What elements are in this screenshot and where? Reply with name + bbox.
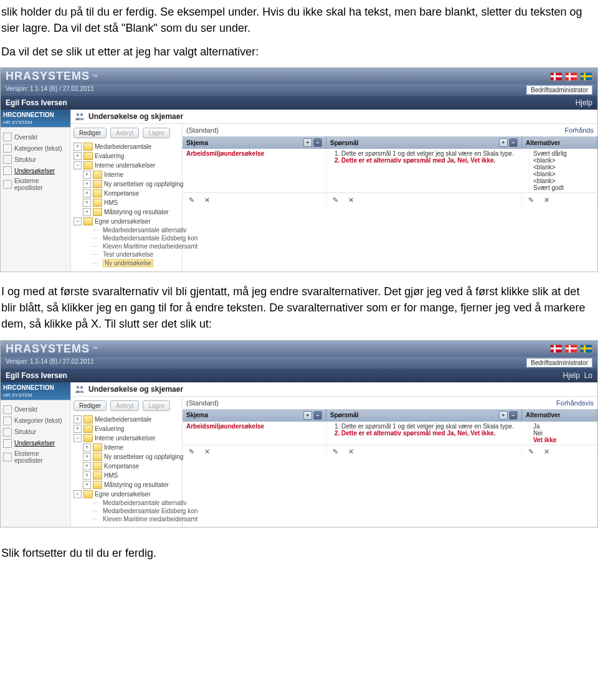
- alt-row[interactable]: <blank>: [533, 157, 593, 164]
- tree-node-evaluering[interactable]: +Evaluering: [74, 151, 182, 161]
- lagre-button[interactable]: Lagre: [143, 400, 170, 411]
- edit-icon[interactable]: ✎: [526, 448, 536, 456]
- tree-leaf[interactable]: ⋯Medarbeidersamtale Eidsberg kon: [74, 507, 182, 515]
- expand-icon[interactable]: +: [74, 143, 82, 151]
- alt-row[interactable]: Ja: [533, 423, 593, 430]
- sidebar-item-struktur[interactable]: Struktur: [3, 154, 68, 165]
- collapse-icon[interactable]: −: [74, 490, 82, 498]
- flag-no-icon[interactable]: [565, 72, 577, 81]
- question-2-selected[interactable]: Dette er et alternativ spørsmål med Ja, …: [341, 430, 525, 437]
- tree-leaf-selected[interactable]: ⋯Ny undersøkelse: [74, 258, 182, 268]
- help-link[interactable]: Hjelp Lo: [563, 371, 592, 380]
- rediger-button[interactable]: Rediger: [74, 400, 107, 411]
- tree-node-egne[interactable]: −Egne undersøkelser: [74, 217, 182, 226]
- edit-icon[interactable]: ✎: [330, 196, 340, 204]
- collapse-icon[interactable]: −: [74, 161, 82, 169]
- add-button[interactable]: +: [303, 138, 312, 147]
- question-2-selected[interactable]: Dette er et alternativ spørsmål med Ja, …: [341, 157, 525, 164]
- tree-node-hms[interactable]: +HMS: [74, 198, 182, 207]
- question-1[interactable]: Dette er spørsmål 1 og det velger jeg sk…: [341, 150, 525, 157]
- sporsmal-cell[interactable]: Dette er spørsmål 1 og det velger jeg sk…: [326, 422, 529, 445]
- preview-link[interactable]: Forhånds: [565, 126, 594, 134]
- hrconnection-banner[interactable]: HRCONNECTION HR SYSTEM: [1, 382, 70, 400]
- hrconnection-banner[interactable]: HRCONNECTION HR SYSTEM: [1, 110, 70, 128]
- expand-icon[interactable]: +: [83, 199, 91, 207]
- tree-node-interne[interactable]: −Interne undersøkelser: [74, 433, 182, 443]
- admin-role[interactable]: Bedriftsadministrator: [526, 358, 592, 367]
- tree-node-kompetanse[interactable]: +Kompetanse: [74, 189, 182, 198]
- expand-icon[interactable]: +: [83, 462, 91, 470]
- tree-node-hms[interactable]: +HMS: [74, 471, 182, 480]
- expand-icon[interactable]: +: [83, 208, 91, 216]
- alt-row[interactable]: <blank>: [533, 171, 593, 177]
- expand-icon[interactable]: +: [83, 471, 91, 480]
- tree-node-malstyring[interactable]: +Målstyring og resultater: [74, 480, 182, 490]
- tree-leaf[interactable]: ⋯Medarbeidersamtale Eidsberg kon: [74, 234, 182, 242]
- tree-node-evaluering[interactable]: +Evaluering: [74, 424, 182, 433]
- add-button[interactable]: +: [499, 411, 508, 420]
- sidebar-item-undersokelser[interactable]: Undersøkelser: [3, 438, 68, 449]
- tree-node-nyansettelser[interactable]: +Ny ansettelser og oppfølging: [74, 452, 182, 461]
- sidebar-item-epostlister[interactable]: Eksterne epostlister: [3, 449, 68, 465]
- tree-node-interne-sub[interactable]: +Interne: [74, 443, 182, 452]
- tree-node-kompetanse[interactable]: +Kompetanse: [74, 461, 182, 471]
- delete-icon[interactable]: ✕: [202, 196, 212, 204]
- expand-icon[interactable]: +: [83, 189, 91, 197]
- add-button[interactable]: +: [303, 411, 312, 420]
- tree-node-medarbeidersamtale[interactable]: +Medarbeidersamtale: [74, 415, 182, 424]
- delete-icon[interactable]: ✕: [346, 448, 356, 456]
- sidebar-item-undersokelser[interactable]: Undersøkelser: [3, 165, 68, 176]
- flag-dk-icon[interactable]: [550, 344, 562, 353]
- add-button[interactable]: +: [499, 138, 508, 147]
- tree-node-medarbeidersamtale[interactable]: +Medarbeidersamtale: [74, 142, 182, 151]
- lagre-button[interactable]: Lagre: [143, 128, 170, 138]
- edit-icon[interactable]: ✎: [526, 196, 536, 204]
- tree-node-nyansettelser[interactable]: +Ny ansettelser og oppfølging: [74, 179, 182, 189]
- remove-button[interactable]: −: [509, 411, 518, 420]
- delete-icon[interactable]: ✕: [202, 448, 212, 456]
- delete-icon[interactable]: ✕: [346, 196, 356, 204]
- edit-icon[interactable]: ✎: [186, 448, 196, 456]
- flag-se-icon[interactable]: [580, 344, 592, 353]
- flag-no-icon[interactable]: [565, 344, 577, 353]
- sidebar-item-epostlister[interactable]: Eksterne epostlister: [3, 176, 68, 192]
- avbryt-button[interactable]: Avbryt: [110, 128, 139, 138]
- tree-node-malstyring[interactable]: +Målstyring og resultater: [74, 207, 182, 217]
- collapse-icon[interactable]: −: [74, 434, 82, 442]
- flag-se-icon[interactable]: [580, 72, 592, 81]
- remove-button[interactable]: −: [509, 138, 518, 147]
- tree-leaf[interactable]: ⋯Medarbeidersamtale alternativ: [74, 226, 182, 234]
- sidebar-item-oversikt[interactable]: Oversikt: [3, 131, 68, 143]
- expand-icon[interactable]: +: [83, 171, 91, 179]
- alt-row-selected[interactable]: Vet ikke: [533, 437, 593, 443]
- expand-icon[interactable]: +: [83, 180, 91, 188]
- delete-icon[interactable]: ✕: [541, 196, 551, 204]
- expand-icon[interactable]: +: [74, 152, 82, 160]
- skjema-cell[interactable]: Arbeidsmiljøundersøkelse: [183, 422, 326, 445]
- help-link[interactable]: Hjelp: [576, 98, 592, 107]
- admin-role[interactable]: Bedriftsadministrator: [526, 85, 592, 95]
- delete-icon[interactable]: ✕: [541, 448, 551, 456]
- tree-node-interne[interactable]: −Interne undersøkelser: [74, 161, 182, 170]
- expand-icon[interactable]: +: [74, 425, 82, 433]
- skjema-cell[interactable]: Arbeidsmiljøundersøkelse: [183, 149, 326, 192]
- edit-icon[interactable]: ✎: [186, 196, 196, 204]
- tree-leaf[interactable]: ⋯Kleven Maritime medarbeidersamt: [74, 242, 182, 250]
- collapse-icon[interactable]: −: [74, 217, 82, 225]
- sidebar-item-kategorier[interactable]: Kategorier (tekst): [3, 415, 68, 427]
- edit-icon[interactable]: ✎: [330, 448, 340, 456]
- sidebar-item-oversikt[interactable]: Oversikt: [3, 404, 68, 415]
- alt-row[interactable]: Svært dårlig: [533, 150, 593, 157]
- preview-link[interactable]: Forhåndsvis: [556, 399, 594, 407]
- tree-leaf[interactable]: ⋯Kleven Maritime medarbeidersamt: [74, 515, 182, 523]
- alt-row[interactable]: Svært godt: [533, 184, 593, 191]
- tree-node-interne-sub[interactable]: +Interne: [74, 170, 182, 179]
- alt-row[interactable]: <blank>: [533, 164, 593, 171]
- avbryt-button[interactable]: Avbryt: [110, 400, 139, 411]
- tree-leaf[interactable]: ⋯Test undersøkelse: [74, 250, 182, 258]
- alt-row[interactable]: <blank>: [533, 177, 593, 184]
- alt-row[interactable]: Nei: [533, 430, 593, 437]
- remove-button[interactable]: −: [313, 138, 322, 147]
- tree-leaf[interactable]: ⋯Medarbeidersamtale alternativ: [74, 499, 182, 507]
- expand-icon[interactable]: +: [83, 453, 91, 461]
